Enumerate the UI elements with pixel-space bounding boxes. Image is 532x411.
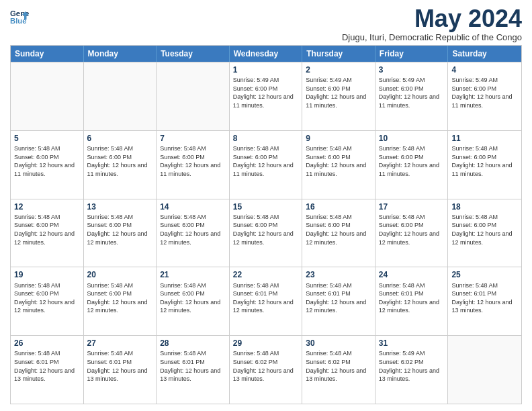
day-info: Sunrise: 5:49 AM Sunset: 6:00 PM Dayligh… xyxy=(451,76,518,109)
calendar-day-16: 16Sunrise: 5:48 AM Sunset: 6:00 PM Dayli… xyxy=(302,199,375,267)
calendar-header: SundayMondayTuesdayWednesdayThursdayFrid… xyxy=(11,46,521,62)
calendar-week-5: 26Sunrise: 5:48 AM Sunset: 6:01 PM Dayli… xyxy=(11,335,521,404)
day-info: Sunrise: 5:48 AM Sunset: 6:00 PM Dayligh… xyxy=(160,281,226,315)
day-info: Sunrise: 5:48 AM Sunset: 6:02 PM Dayligh… xyxy=(233,349,299,383)
day-info: Sunrise: 5:49 AM Sunset: 6:02 PM Dayligh… xyxy=(379,349,445,383)
day-number: 24 xyxy=(379,269,445,280)
day-number: 26 xyxy=(14,338,80,349)
calendar-empty-cell xyxy=(11,62,84,130)
svg-text:Blue: Blue xyxy=(10,17,27,25)
day-number: 11 xyxy=(451,133,518,144)
header: General Blue May 2024 Djugu, Ituri, Demo… xyxy=(10,7,522,42)
day-number: 29 xyxy=(233,338,299,349)
day-number: 31 xyxy=(379,338,445,349)
calendar-day-12: 12Sunrise: 5:48 AM Sunset: 6:00 PM Dayli… xyxy=(11,199,84,267)
day-number: 25 xyxy=(451,269,518,280)
calendar-day-7: 7Sunrise: 5:48 AM Sunset: 6:00 PM Daylig… xyxy=(157,131,230,199)
day-number: 21 xyxy=(160,269,226,280)
day-info: Sunrise: 5:48 AM Sunset: 6:00 PM Dayligh… xyxy=(87,281,153,315)
calendar-day-23: 23Sunrise: 5:48 AM Sunset: 6:01 PM Dayli… xyxy=(302,267,375,335)
day-info: Sunrise: 5:48 AM Sunset: 6:00 PM Dayligh… xyxy=(451,213,518,246)
day-header-wednesday: Wednesday xyxy=(230,46,303,62)
day-info: Sunrise: 5:48 AM Sunset: 6:00 PM Dayligh… xyxy=(14,281,80,315)
day-number: 1 xyxy=(233,64,299,75)
day-info: Sunrise: 5:48 AM Sunset: 6:02 PM Dayligh… xyxy=(306,349,371,383)
day-number: 2 xyxy=(306,64,371,75)
day-info: Sunrise: 5:48 AM Sunset: 6:01 PM Dayligh… xyxy=(14,349,80,383)
calendar-week-2: 5Sunrise: 5:48 AM Sunset: 6:00 PM Daylig… xyxy=(11,130,521,199)
day-info: Sunrise: 5:49 AM Sunset: 6:00 PM Dayligh… xyxy=(306,76,371,109)
day-number: 8 xyxy=(233,133,299,144)
calendar-day-15: 15Sunrise: 5:48 AM Sunset: 6:00 PM Dayli… xyxy=(230,199,303,267)
day-number: 13 xyxy=(87,201,153,212)
month-title: May 2024 xyxy=(342,7,522,31)
calendar-day-19: 19Sunrise: 5:48 AM Sunset: 6:00 PM Dayli… xyxy=(11,267,84,335)
calendar-day-10: 10Sunrise: 5:48 AM Sunset: 6:00 PM Dayli… xyxy=(375,131,449,199)
calendar-week-1: 1Sunrise: 5:49 AM Sunset: 6:00 PM Daylig… xyxy=(11,62,521,130)
day-info: Sunrise: 5:48 AM Sunset: 6:01 PM Dayligh… xyxy=(87,349,153,383)
subtitle: Djugu, Ituri, Democratic Republic of the… xyxy=(342,32,522,42)
logo-icon: General Blue xyxy=(10,7,29,26)
calendar-empty-cell xyxy=(448,336,521,404)
day-info: Sunrise: 5:48 AM Sunset: 6:00 PM Dayligh… xyxy=(306,144,371,178)
page: General Blue May 2024 Djugu, Ituri, Demo… xyxy=(0,0,532,411)
day-info: Sunrise: 5:49 AM Sunset: 6:00 PM Dayligh… xyxy=(379,76,445,109)
day-number: 4 xyxy=(451,64,518,75)
day-info: Sunrise: 5:48 AM Sunset: 6:01 PM Dayligh… xyxy=(306,281,371,315)
calendar-day-17: 17Sunrise: 5:48 AM Sunset: 6:00 PM Dayli… xyxy=(375,199,449,267)
day-header-sunday: Sunday xyxy=(11,46,84,62)
day-number: 28 xyxy=(160,338,226,349)
day-number: 16 xyxy=(306,201,371,212)
calendar-day-13: 13Sunrise: 5:48 AM Sunset: 6:00 PM Dayli… xyxy=(84,199,157,267)
calendar-day-1: 1Sunrise: 5:49 AM Sunset: 6:00 PM Daylig… xyxy=(230,62,303,130)
day-number: 22 xyxy=(233,269,299,280)
day-info: Sunrise: 5:49 AM Sunset: 6:00 PM Dayligh… xyxy=(233,76,299,109)
calendar-day-11: 11Sunrise: 5:48 AM Sunset: 6:00 PM Dayli… xyxy=(448,131,521,199)
calendar-day-3: 3Sunrise: 5:49 AM Sunset: 6:00 PM Daylig… xyxy=(375,62,449,130)
calendar-empty-cell xyxy=(157,62,230,130)
calendar-day-25: 25Sunrise: 5:48 AM Sunset: 6:01 PM Dayli… xyxy=(448,267,521,335)
calendar-day-26: 26Sunrise: 5:48 AM Sunset: 6:01 PM Dayli… xyxy=(11,336,84,404)
day-info: Sunrise: 5:48 AM Sunset: 6:00 PM Dayligh… xyxy=(14,144,80,178)
day-info: Sunrise: 5:48 AM Sunset: 6:00 PM Dayligh… xyxy=(87,213,153,246)
day-number: 15 xyxy=(233,201,299,212)
calendar-day-5: 5Sunrise: 5:48 AM Sunset: 6:00 PM Daylig… xyxy=(11,131,84,199)
day-info: Sunrise: 5:48 AM Sunset: 6:01 PM Dayligh… xyxy=(160,349,226,383)
day-number: 27 xyxy=(87,338,153,349)
day-number: 7 xyxy=(160,133,226,144)
day-number: 12 xyxy=(14,201,80,212)
calendar-day-24: 24Sunrise: 5:48 AM Sunset: 6:01 PM Dayli… xyxy=(375,267,449,335)
day-number: 19 xyxy=(14,269,80,280)
day-header-friday: Friday xyxy=(375,46,449,62)
day-info: Sunrise: 5:48 AM Sunset: 6:01 PM Dayligh… xyxy=(379,281,445,315)
calendar-day-9: 9Sunrise: 5:48 AM Sunset: 6:00 PM Daylig… xyxy=(302,131,375,199)
day-info: Sunrise: 5:48 AM Sunset: 6:01 PM Dayligh… xyxy=(233,281,299,315)
day-number: 9 xyxy=(306,133,371,144)
day-number: 20 xyxy=(87,269,153,280)
day-header-tuesday: Tuesday xyxy=(157,46,230,62)
calendar: SundayMondayTuesdayWednesdayThursdayFrid… xyxy=(10,45,522,404)
calendar-day-21: 21Sunrise: 5:48 AM Sunset: 6:00 PM Dayli… xyxy=(157,267,230,335)
day-info: Sunrise: 5:48 AM Sunset: 6:00 PM Dayligh… xyxy=(87,144,153,178)
day-number: 23 xyxy=(306,269,371,280)
day-header-thursday: Thursday xyxy=(302,46,375,62)
calendar-day-22: 22Sunrise: 5:48 AM Sunset: 6:01 PM Dayli… xyxy=(230,267,303,335)
title-block: May 2024 Djugu, Ituri, Democratic Republ… xyxy=(342,7,522,42)
day-number: 3 xyxy=(379,64,445,75)
calendar-day-20: 20Sunrise: 5:48 AM Sunset: 6:00 PM Dayli… xyxy=(84,267,157,335)
day-number: 17 xyxy=(379,201,445,212)
day-info: Sunrise: 5:48 AM Sunset: 6:00 PM Dayligh… xyxy=(14,213,80,246)
day-info: Sunrise: 5:48 AM Sunset: 6:00 PM Dayligh… xyxy=(451,144,518,178)
day-number: 6 xyxy=(87,133,153,144)
day-info: Sunrise: 5:48 AM Sunset: 6:00 PM Dayligh… xyxy=(306,213,371,246)
day-info: Sunrise: 5:48 AM Sunset: 6:01 PM Dayligh… xyxy=(451,281,518,315)
calendar-day-8: 8Sunrise: 5:48 AM Sunset: 6:00 PM Daylig… xyxy=(230,131,303,199)
calendar-day-28: 28Sunrise: 5:48 AM Sunset: 6:01 PM Dayli… xyxy=(157,336,230,404)
day-info: Sunrise: 5:48 AM Sunset: 6:00 PM Dayligh… xyxy=(379,144,445,178)
calendar-day-6: 6Sunrise: 5:48 AM Sunset: 6:00 PM Daylig… xyxy=(84,131,157,199)
calendar-day-29: 29Sunrise: 5:48 AM Sunset: 6:02 PM Dayli… xyxy=(230,336,303,404)
calendar-day-18: 18Sunrise: 5:48 AM Sunset: 6:00 PM Dayli… xyxy=(448,199,521,267)
day-number: 30 xyxy=(306,338,371,349)
calendar-day-30: 30Sunrise: 5:48 AM Sunset: 6:02 PM Dayli… xyxy=(302,336,375,404)
calendar-day-2: 2Sunrise: 5:49 AM Sunset: 6:00 PM Daylig… xyxy=(302,62,375,130)
